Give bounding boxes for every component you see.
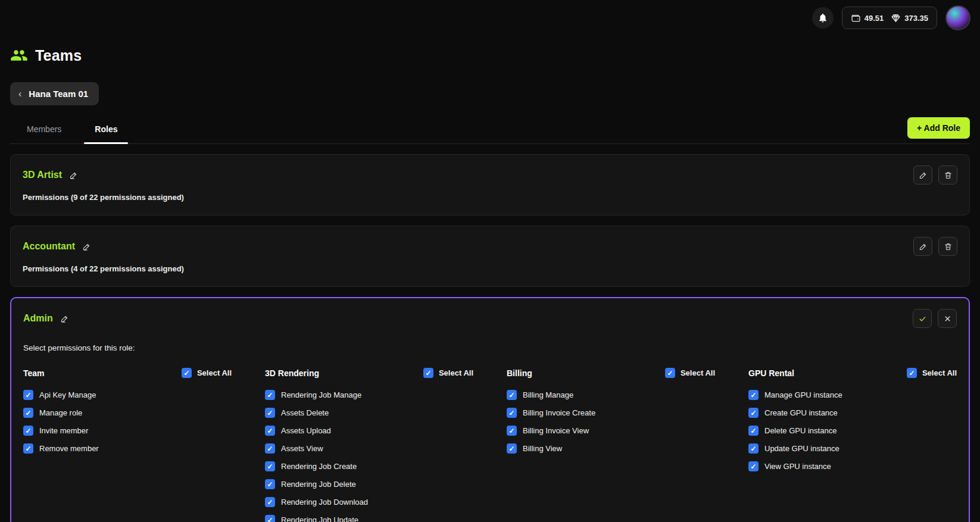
permission-checkbox-item[interactable]: Update GPU instance bbox=[748, 443, 957, 454]
select-all-label: Select All bbox=[439, 368, 473, 377]
permission-checkbox-item[interactable]: Billing View bbox=[507, 443, 715, 454]
checkbox-checked-icon[interactable] bbox=[507, 426, 517, 436]
permission-label: Rendering Job Update bbox=[281, 515, 358, 522]
checkbox-checked-icon[interactable] bbox=[265, 461, 275, 471]
checkbox-checked-icon[interactable] bbox=[23, 443, 33, 454]
tab-roles[interactable]: Roles bbox=[78, 116, 134, 143]
checkbox-checked-icon[interactable] bbox=[182, 368, 192, 378]
permission-checkbox-item[interactable]: Assets Delete bbox=[265, 408, 473, 418]
checkbox-checked-icon[interactable] bbox=[507, 443, 517, 454]
permission-group: 3D Rendering Select All Rendering Job Ma… bbox=[265, 368, 473, 522]
permission-checkbox-item[interactable]: Billing Invoice View bbox=[507, 426, 715, 436]
rename-role-button[interactable] bbox=[60, 314, 69, 323]
permission-checkbox-item[interactable]: Manage role bbox=[23, 408, 232, 418]
permission-group: Billing Select All Billing Manage Billin… bbox=[507, 368, 715, 522]
permission-label: Manage role bbox=[39, 408, 82, 417]
pencil-icon bbox=[60, 314, 69, 323]
permission-checkbox-item[interactable]: Delete GPU instance bbox=[748, 426, 957, 436]
page-content: Teams ‹ Hana Team 01 Members Roles + Add… bbox=[0, 36, 980, 522]
checkbox-checked-icon[interactable] bbox=[507, 390, 517, 400]
checkbox-checked-icon[interactable] bbox=[265, 479, 275, 489]
checkbox-checked-icon[interactable] bbox=[748, 443, 759, 454]
notifications-button[interactable] bbox=[812, 7, 834, 29]
checkbox-checked-icon[interactable] bbox=[23, 390, 33, 400]
select-all-checkbox[interactable]: Select All bbox=[182, 368, 232, 378]
permission-label: Update GPU instance bbox=[764, 444, 839, 453]
checkbox-checked-icon[interactable] bbox=[748, 426, 759, 436]
permission-checkbox-item[interactable]: Rendering Job Manage bbox=[265, 390, 473, 400]
permission-label: Rendering Job Create bbox=[281, 462, 357, 471]
permissions-instruction: Select permissions for this role: bbox=[23, 343, 957, 352]
select-all-checkbox[interactable]: Select All bbox=[665, 368, 715, 378]
permission-label: Invite member bbox=[39, 426, 88, 435]
edit-role-button[interactable] bbox=[913, 237, 932, 256]
permission-checkbox-item[interactable]: Rendering Job Download bbox=[265, 497, 473, 507]
user-avatar[interactable] bbox=[945, 5, 970, 30]
permission-label: Remove member bbox=[39, 444, 99, 453]
checkbox-checked-icon[interactable] bbox=[23, 426, 33, 436]
permission-checkbox-item[interactable]: View GPU instance bbox=[748, 461, 957, 471]
edit-role-button[interactable] bbox=[913, 165, 932, 185]
checkbox-checked-icon[interactable] bbox=[748, 390, 759, 400]
top-bar: 49.51 373.35 bbox=[0, 0, 980, 36]
checkbox-checked-icon[interactable] bbox=[748, 408, 759, 418]
permission-label: Billing Invoice Create bbox=[523, 408, 595, 417]
permission-checkbox-item[interactable]: Assets View bbox=[265, 443, 473, 454]
permission-checkbox-item[interactable]: Assets Upload bbox=[265, 426, 473, 436]
checkbox-checked-icon[interactable] bbox=[265, 515, 275, 522]
pencil-icon bbox=[919, 171, 928, 180]
confirm-role-button[interactable] bbox=[913, 309, 932, 328]
select-all-checkbox[interactable]: Select All bbox=[423, 368, 473, 378]
permission-checkbox-item[interactable]: Manage GPU instance bbox=[748, 390, 957, 400]
checkbox-checked-icon[interactable] bbox=[265, 497, 275, 507]
permission-label: Delete GPU instance bbox=[764, 426, 837, 435]
role-permissions-summary: Permissions (4 of 22 permissions assigne… bbox=[23, 264, 957, 273]
role-card-accountant: Accountant Permissions (4 of 22 permissi… bbox=[10, 226, 970, 287]
permission-checkbox-item[interactable]: Rendering Job Delete bbox=[265, 479, 473, 489]
role-card-admin-editing: Admin Select permissions for this role: … bbox=[10, 297, 970, 522]
checkbox-checked-icon[interactable] bbox=[665, 368, 675, 378]
permission-checkbox-item[interactable]: Create GPU instance bbox=[748, 408, 957, 418]
teams-page: { "header": { "wallet": { "credits": "49… bbox=[0, 0, 980, 522]
cancel-edit-button[interactable] bbox=[938, 309, 957, 328]
permission-checkbox-item[interactable]: Rendering Job Create bbox=[265, 461, 473, 471]
rename-role-button[interactable] bbox=[82, 242, 91, 251]
checkbox-checked-icon[interactable] bbox=[907, 368, 917, 378]
checkbox-checked-icon[interactable] bbox=[423, 368, 433, 378]
checkbox-checked-icon[interactable] bbox=[265, 390, 275, 400]
add-role-button[interactable]: + Add Role bbox=[907, 117, 970, 139]
checkbox-checked-icon[interactable] bbox=[748, 461, 759, 471]
permission-label: Billing Manage bbox=[523, 390, 573, 399]
rename-role-button[interactable] bbox=[69, 171, 78, 180]
permission-checkbox-item[interactable]: Billing Manage bbox=[507, 390, 715, 400]
checkbox-checked-icon[interactable] bbox=[265, 443, 275, 454]
checkbox-checked-icon[interactable] bbox=[265, 426, 275, 436]
permission-checkbox-item[interactable]: Invite member bbox=[23, 426, 232, 436]
select-all-checkbox[interactable]: Select All bbox=[907, 368, 957, 378]
permission-checkbox-item[interactable]: Rendering Job Update bbox=[265, 515, 473, 522]
checkbox-checked-icon[interactable] bbox=[507, 408, 517, 418]
delete-role-button[interactable] bbox=[938, 237, 957, 256]
permission-group-title: 3D Rendering bbox=[265, 368, 319, 378]
back-to-team-button[interactable]: ‹ Hana Team 01 bbox=[10, 82, 99, 105]
permission-group-title: GPU Rental bbox=[748, 368, 794, 378]
page-header: Teams bbox=[10, 46, 970, 64]
checkbox-checked-icon[interactable] bbox=[265, 408, 275, 418]
balance-pill[interactable]: 49.51 373.35 bbox=[842, 7, 937, 29]
permission-checkbox-item[interactable]: Billing Invoice Create bbox=[507, 408, 715, 418]
role-card-3d-artist: 3D Artist Permissions (9 of 22 permissio… bbox=[10, 154, 970, 215]
role-name: Accountant bbox=[23, 241, 75, 252]
tab-members[interactable]: Members bbox=[10, 116, 78, 143]
select-all-label: Select All bbox=[922, 368, 957, 377]
wallet-icon bbox=[851, 13, 861, 23]
permission-label: Rendering Job Manage bbox=[281, 390, 361, 399]
permission-checkbox-item[interactable]: Api Key Manage bbox=[23, 390, 232, 400]
trash-icon bbox=[944, 171, 953, 180]
delete-role-button[interactable] bbox=[938, 165, 957, 185]
checkbox-checked-icon[interactable] bbox=[23, 408, 33, 418]
check-icon bbox=[918, 314, 927, 323]
permission-checkbox-item[interactable]: Remove member bbox=[23, 443, 232, 454]
permission-label: View GPU instance bbox=[764, 462, 831, 471]
permission-group: GPU Rental Select All Manage GPU instanc… bbox=[748, 368, 957, 522]
gems-value: 373.35 bbox=[904, 14, 928, 23]
